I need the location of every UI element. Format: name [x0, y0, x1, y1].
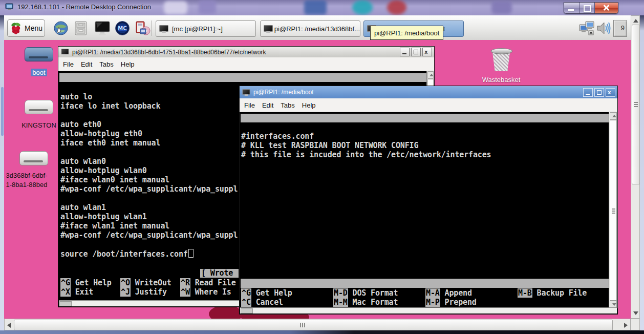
terminal-window-icon [61, 49, 69, 55]
terminal-hscrollbar[interactable] [240, 307, 617, 314]
desktop-icon-label: 1-8ba1-88bed [6, 181, 48, 189]
text-cursor [188, 249, 194, 258]
shortcut-label: Justify [131, 287, 167, 297]
minimize-icon [568, 9, 574, 11]
terminal-launcher[interactable] [94, 20, 110, 36]
shortcut-key: M-P [425, 298, 440, 307]
midnight-commander-launcher[interactable]: MC [115, 20, 130, 36]
network-tray-icon[interactable] [578, 20, 596, 36]
close-button[interactable]: x [422, 48, 432, 56]
window-title: pi@RPI1: /media/boot [253, 89, 314, 96]
desktop-icon-uuid-drive[interactable]: 3d368bf-6dbf- 1-8ba1-88bed [4, 151, 58, 189]
menu-file[interactable]: File [244, 101, 255, 109]
maximize-icon [584, 5, 591, 12]
nano-version: GNU nano 2.2.6 [87, 81, 157, 91]
text-line: # this file is incuded into the /etc/net… [241, 150, 608, 159]
desktop-icon-wastebasket[interactable]: Wastebasket [478, 48, 524, 84]
scroll-up-icon[interactable] [633, 19, 638, 23]
rdp-window-right-border [640, 15, 644, 330]
shortcut-key: ^R [180, 278, 190, 287]
close-button[interactable]: x [606, 88, 615, 97]
menu-edit[interactable]: Edit [262, 101, 273, 109]
nano-prompt-bar[interactable]: File Name to Write: interfaces.conf [241, 279, 609, 288]
desktop-icon-label: 3d368bf-6dbf- [6, 172, 48, 179]
scroll-down-icon[interactable] [633, 311, 638, 315]
disk-drive-icon [25, 47, 53, 61]
shortcut-key: ^O [120, 278, 131, 287]
disk-utility-launcher[interactable] [134, 20, 149, 36]
shortcut-label: Get Help [251, 288, 292, 298]
minimize-button[interactable] [564, 3, 579, 13]
close-button[interactable] [595, 3, 618, 13]
menu-help[interactable]: Help [302, 101, 316, 109]
maximize-button[interactable] [411, 48, 421, 56]
shortcut-label: Where Is [190, 287, 231, 297]
shortcut-label: WriteOut [131, 278, 171, 287]
rdp-window-controls [564, 2, 618, 14]
shortcut-key: M-M [333, 298, 348, 307]
shortcut-key: ^W [180, 287, 190, 297]
terminal-content[interactable]: GNU nano 2.2.6 File: interfaces.conf #in… [240, 112, 617, 308]
minimize-button[interactable] [400, 48, 410, 56]
terminal-window-icon [242, 89, 250, 96]
nano-titlebar: GNU nano 2.2.6 File: interfaces.conf [241, 114, 609, 122]
desktop-icon-label: Wastebasket [482, 76, 521, 84]
window-titlebar[interactable]: pi@RPI1: /media/13d368bf-6dbf-4751-8ba1-… [58, 47, 434, 57]
file-manager-launcher[interactable] [74, 20, 89, 36]
nano-statusbar: [ Wrote [200, 269, 239, 278]
minimize-icon [402, 53, 406, 54]
menu-bar: File Edit Tabs Help [58, 57, 434, 71]
scroll-right-icon[interactable] [624, 323, 628, 328]
menu-bar: File Edit Tabs Help [240, 98, 617, 112]
background-blob [164, 1, 187, 14]
terminal-window-icon [264, 25, 271, 33]
desktop-icon-kingston[interactable]: KINGSTON [19, 100, 58, 130]
shortcut-key: ^X [60, 287, 71, 297]
menu-help[interactable]: Help [121, 60, 135, 68]
web-browser-launcher[interactable] [53, 20, 69, 36]
shortcut-label: Exit [71, 287, 93, 297]
disk-drive-icon [25, 100, 53, 114]
rdp-horizontal-scrollbar[interactable] [4, 319, 631, 330]
scrollbar-corner [631, 319, 640, 330]
rdp-window-bottom-border [0, 330, 644, 334]
scroll-left-icon[interactable] [7, 323, 11, 328]
window-title: pi@RPI1: /media/13d368bf-6dbf-4751-8ba1-… [72, 49, 266, 56]
nano-text: #interfaces.conf # KLL test RASPBIAN BOO… [241, 132, 608, 159]
taskbar-button-mc[interactable]: [mc [pi@RPI1]:~] [156, 20, 256, 37]
cpu-monitor[interactable]: 9 [613, 20, 627, 37]
terminal-scrollbar[interactable] [609, 112, 617, 308]
background-globe-icon [387, 0, 406, 15]
minimize-button[interactable] [583, 88, 593, 97]
disk-drive-icon [19, 151, 48, 165]
taskbar-button-media-uuid[interactable]: pi@RPI1: /media/13d368bf... [260, 20, 360, 37]
background-app-tile-icon [304, 0, 327, 15]
window-titlebar[interactable]: pi@RPI1: /media/boot x [240, 86, 617, 98]
shortcut-key: ^C [241, 298, 251, 307]
shortcut-key: M-B [518, 288, 532, 298]
maximize-button[interactable] [579, 3, 595, 13]
menu-tabs[interactable]: Tabs [281, 101, 294, 109]
volume-tray-icon[interactable] [596, 20, 611, 36]
hscroll-thumb[interactable] [14, 320, 613, 330]
desktop-icon-boot[interactable]: boot [19, 47, 58, 77]
taskbar-button-label: [mc [pi@RPI1]:~] [172, 25, 223, 33]
text-line: # KLL test RASPBIAN BOOT NETWORK CONFIG [241, 141, 608, 150]
rdp-window-left-border [0, 15, 4, 330]
maximize-button[interactable] [594, 88, 604, 97]
menu-file[interactable]: File [63, 60, 74, 68]
shortcut-label: Get Help [71, 278, 112, 287]
shortcut-label: DOS Format [348, 288, 398, 298]
shortcut-label: Cancel [251, 298, 283, 307]
menu-tabs[interactable]: Tabs [99, 60, 113, 68]
nano-titlebar: GNU nano 2.2.6 File: interfaces [59, 73, 427, 82]
vscroll-thumb[interactable] [632, 25, 640, 184]
minimize-icon [586, 94, 590, 95]
menu-edit[interactable]: Edit [81, 60, 92, 68]
wastebasket-icon [490, 48, 512, 72]
rdp-vertical-scrollbar[interactable] [631, 15, 640, 319]
menu-button[interactable]: Menu [7, 19, 45, 37]
nano-shortcuts-row2: ^C Cancel M-M Mac Format M-P Prepend [241, 298, 608, 307]
maximize-icon [414, 50, 418, 54]
shortcut-key: ^J [120, 287, 131, 297]
